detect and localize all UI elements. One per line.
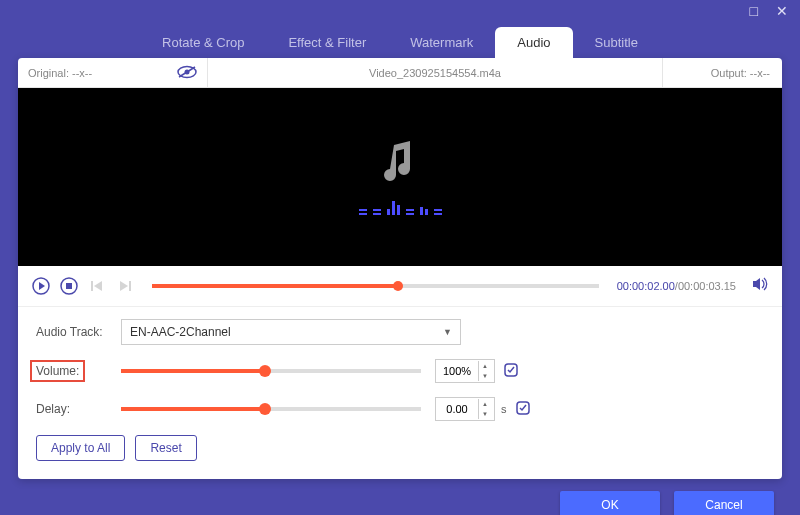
volume-spinner[interactable]: ▲▼ (435, 359, 495, 383)
svg-marker-9 (120, 281, 128, 291)
delay-spinner[interactable]: ▲▼ (435, 397, 495, 421)
volume-slider[interactable] (121, 369, 421, 373)
output-dimensions: Output: --x-- (662, 58, 782, 87)
apply-to-all-button[interactable]: Apply to All (36, 435, 125, 461)
tab-audio[interactable]: Audio (495, 27, 572, 58)
file-info-bar: Original: --x-- Video_230925154554.m4a O… (18, 58, 782, 88)
tab-effect-filter[interactable]: Effect & Filter (266, 27, 388, 58)
reset-button[interactable]: Reset (135, 435, 196, 461)
audio-track-label: Audio Track: (36, 325, 121, 339)
titlebar: □ ✕ (0, 0, 800, 22)
audio-controls: Audio Track: EN-AAC-2Channel Volume: ▲▼ … (18, 307, 782, 479)
tab-bar: Rotate & Crop Effect & Filter Watermark … (0, 22, 800, 58)
prev-frame-button[interactable] (88, 277, 106, 295)
delay-slider[interactable] (121, 407, 421, 411)
audio-placeholder-icon (382, 139, 418, 189)
equalizer-icon (359, 201, 442, 215)
svg-rect-10 (129, 281, 131, 291)
audio-track-select[interactable]: EN-AAC-2Channel (121, 319, 461, 345)
timecode-display: 00:00:02.00/00:00:03.15 (617, 280, 736, 292)
next-frame-button[interactable] (116, 277, 134, 295)
maximize-icon[interactable]: □ (750, 3, 758, 19)
video-preview (18, 88, 782, 266)
ok-button[interactable]: OK (560, 491, 660, 515)
svg-marker-11 (753, 278, 760, 290)
stop-button[interactable] (60, 277, 78, 295)
cancel-button[interactable]: Cancel (674, 491, 774, 515)
delay-input[interactable] (436, 403, 478, 415)
svg-rect-6 (66, 283, 72, 289)
tab-subtitle[interactable]: Subtitle (573, 27, 660, 58)
delay-unit: s (501, 403, 507, 415)
svg-marker-4 (39, 282, 45, 290)
dialog-footer: OK Cancel (0, 491, 800, 515)
delay-up-icon[interactable]: ▲ (479, 399, 491, 409)
original-dimensions: Original: --x-- (28, 67, 92, 79)
tab-rotate-crop[interactable]: Rotate & Crop (140, 27, 266, 58)
timeline-slider[interactable] (152, 284, 599, 288)
delay-label: Delay: (36, 402, 121, 416)
volume-down-icon[interactable]: ▼ (479, 371, 491, 381)
play-button[interactable] (32, 277, 50, 295)
volume-label: Volume: (36, 364, 121, 378)
main-panel: Original: --x-- Video_230925154554.m4a O… (18, 58, 782, 479)
volume-reset-icon[interactable] (503, 362, 519, 381)
player-controls: 00:00:02.00/00:00:03.15 (18, 266, 782, 307)
delay-reset-icon[interactable] (515, 400, 531, 419)
volume-icon[interactable] (752, 276, 768, 296)
tab-watermark[interactable]: Watermark (388, 27, 495, 58)
svg-rect-7 (91, 281, 93, 291)
preview-toggle-icon[interactable] (177, 65, 197, 81)
svg-marker-8 (94, 281, 102, 291)
delay-down-icon[interactable]: ▼ (479, 409, 491, 419)
close-icon[interactable]: ✕ (776, 3, 788, 19)
volume-input[interactable] (436, 365, 478, 377)
volume-up-icon[interactable]: ▲ (479, 361, 491, 371)
filename-label: Video_230925154554.m4a (208, 67, 662, 79)
